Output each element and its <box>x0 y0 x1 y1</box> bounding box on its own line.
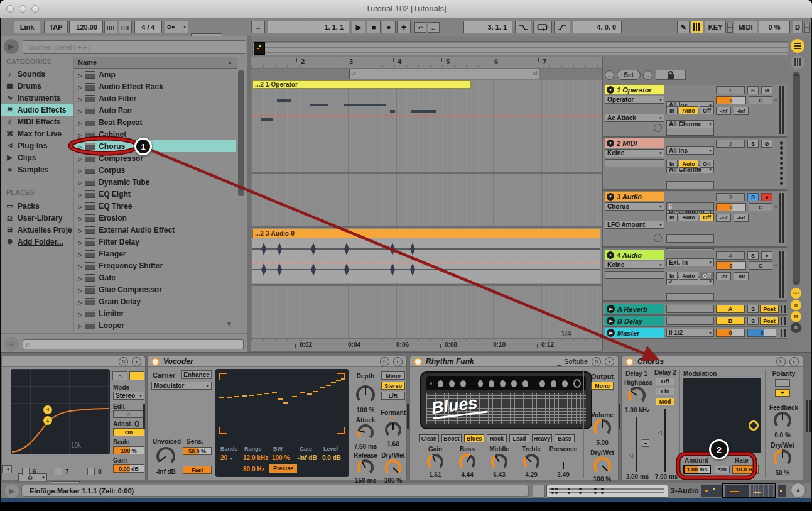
expander-icon[interactable] <box>78 297 82 306</box>
chorus-drywet-knob[interactable] <box>774 449 791 467</box>
list-header[interactable]: Name ▲ <box>74 57 237 69</box>
eq-band-shape-partial[interactable] <box>2 465 12 473</box>
cue-out-chooser[interactable]: ii 1/2 <box>666 329 714 337</box>
punch-out-button[interactable] <box>554 21 570 33</box>
band6-enable-checkbox[interactable] <box>22 468 30 475</box>
sidebar-category[interactable]: ▶Clips <box>1 151 73 163</box>
save-preset-icon[interactable]: ▪ <box>605 357 614 366</box>
drywet-knob[interactable] <box>385 459 401 476</box>
input-type-chooser[interactable]: All Ins <box>666 146 714 155</box>
device-chooser[interactable]: Operator <box>605 96 664 104</box>
solo-button[interactable]: S <box>747 305 759 313</box>
width-box[interactable]: C <box>749 96 772 104</box>
device-activator[interactable] <box>151 358 160 366</box>
formant-knob[interactable] <box>385 422 401 438</box>
browser-item[interactable]: Audio Effect Rack <box>74 80 236 92</box>
add-automation-lane-button[interactable]: + <box>654 234 662 242</box>
band8-enable-checkbox[interactable] <box>87 468 95 475</box>
arm-button[interactable]: ● <box>761 193 772 201</box>
browser-item[interactable]: Glue Compressor <box>74 283 236 295</box>
computer-midi-keyboard-button[interactable] <box>691 21 703 33</box>
monitor-off-button[interactable]: Off <box>700 213 714 221</box>
highpass-knob[interactable] <box>628 387 646 404</box>
param-chooser[interactable]: Ae Attack <box>605 114 664 122</box>
arm-button[interactable]: ● <box>761 251 772 260</box>
stereo-button[interactable]: Stereo <box>381 382 405 390</box>
xy-handle[interactable] <box>749 420 759 431</box>
key-map-button[interactable]: KEY <box>705 21 726 33</box>
pan-box[interactable]: 0 <box>716 261 746 270</box>
delay1-handle-icon[interactable]: ◁ <box>629 452 633 458</box>
precise-button[interactable]: Precise <box>269 464 297 473</box>
clip-audio-titlebar[interactable]: ...2 3-Audio-9 <box>252 229 600 238</box>
amp-device[interactable]: Rhythm Funk ‿ Softube ↻ ▪ Blues <box>409 356 619 480</box>
punch-in-button[interactable] <box>515 21 531 33</box>
solo-button[interactable]: S <box>747 86 759 94</box>
eq-scale-box[interactable]: 100 % <box>113 446 144 454</box>
pan-box[interactable]: 0 <box>716 96 746 104</box>
browser-item[interactable]: Amp <box>74 69 236 80</box>
track-name[interactable]: ▼4 Audio <box>605 250 664 260</box>
fold-icon[interactable]: ▼ <box>607 251 614 259</box>
expander-icon[interactable] <box>78 166 82 175</box>
amp-preset-button[interactable]: Boost <box>441 434 462 442</box>
time-signature-display[interactable]: 4 / 4 <box>134 21 162 33</box>
sidebar-category[interactable]: ▦Drums <box>1 80 73 92</box>
play-button[interactable]: ▶ <box>352 21 365 33</box>
track-number[interactable]: 2 <box>716 140 745 148</box>
io-section-toggle[interactable]: I-O <box>791 288 801 299</box>
expander-icon[interactable] <box>78 214 82 223</box>
hotswap-icon[interactable]: ↻ <box>119 357 128 366</box>
add-automation-lane-button[interactable]: + <box>654 124 662 132</box>
unfold-play-icon[interactable]: ▶ <box>607 317 615 325</box>
vocoder-display[interactable]: Bands 20 ▼ Range 12.0 kHz 80.0 Hz BW 100… <box>215 369 349 477</box>
amp-knob-cell[interactable]: Presence3.49 <box>548 446 578 478</box>
return-track-b-delay[interactable]: ▶ B Delay B S Post <box>603 316 787 327</box>
eq-display[interactable]: 4 1 10k <box>11 369 110 454</box>
amp-knob-cell[interactable]: Bass4.44 <box>452 446 482 478</box>
monitor-auto-button[interactable]: Auto <box>679 213 698 221</box>
expander-icon[interactable] <box>78 142 82 151</box>
browser-item[interactable]: Limiter <box>74 307 236 319</box>
clip-audio-body[interactable] <box>252 238 600 283</box>
param-chooser[interactable]: LFO Amount <box>605 221 664 229</box>
input-type-chooser[interactable]: Ext. In <box>666 258 714 266</box>
monitor-in-button[interactable]: In <box>666 160 678 168</box>
monitor-off-button[interactable]: Off <box>700 106 714 114</box>
browser-item[interactable]: EQ Eight <box>74 188 236 200</box>
reenable-automation-button[interactable]: ∘° <box>414 22 426 33</box>
expander-icon[interactable] <box>78 202 82 211</box>
browser-item[interactable]: Chorus <box>74 140 236 152</box>
output-channel-box[interactable] <box>666 181 714 189</box>
search-input[interactable] <box>23 40 246 54</box>
device-chooser[interactable]: Keine <box>605 149 664 157</box>
loop-button[interactable] <box>533 21 552 33</box>
automation-line[interactable] <box>252 115 600 116</box>
sidebar-place[interactable]: ⊟Aktuelles Proje <box>1 224 73 236</box>
polarity-plus-button[interactable]: + <box>775 389 790 397</box>
sidebar-category[interactable]: ♪Sounds <box>1 68 73 80</box>
pre-post-button[interactable]: Post <box>760 317 779 325</box>
expander-icon[interactable] <box>78 178 82 187</box>
return-track-a-reverb[interactable]: ▶ A Reverb A S Post <box>603 304 787 316</box>
eq-adaptq-button[interactable]: On <box>113 428 144 436</box>
fold-icon[interactable]: ▼ <box>607 193 614 201</box>
scroll-down-icon[interactable]: ▼ <box>794 280 798 285</box>
amp-preset-button[interactable]: Rock <box>487 434 507 442</box>
device-chain-thumb[interactable] <box>777 484 786 498</box>
record-button[interactable]: ● <box>382 21 396 33</box>
solo-button[interactable]: S <box>747 140 759 148</box>
sidebar-category[interactable]: ♯MIDI Effects <box>1 116 73 128</box>
link-button[interactable]: Link <box>14 21 40 33</box>
expander-icon[interactable] <box>78 106 82 115</box>
loop-lock-button[interactable] <box>656 70 686 80</box>
nudge-up-button[interactable]: |||| <box>119 21 132 33</box>
overdub-button[interactable]: + <box>397 21 411 33</box>
track-name[interactable]: ▶ A Reverb <box>605 304 664 314</box>
bands-value[interactable]: 20 ▼ <box>220 454 234 461</box>
unvoiced-knob[interactable] <box>156 447 175 466</box>
monitor-in-button[interactable]: In <box>666 213 678 221</box>
amp-preset-button[interactable]: Lead <box>509 434 529 442</box>
track-number[interactable]: 3 <box>716 193 745 201</box>
fold-icon[interactable]: ▼ <box>607 86 614 94</box>
